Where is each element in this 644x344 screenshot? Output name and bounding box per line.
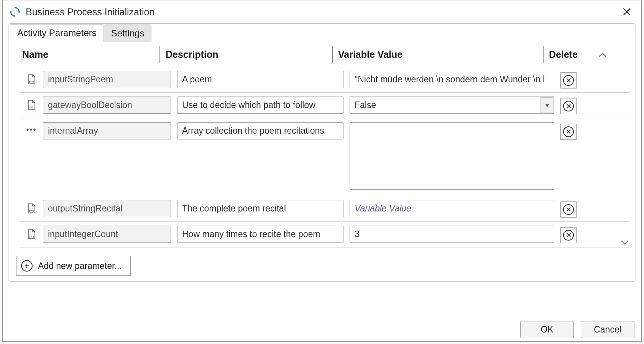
table-row: ✕ — [20, 67, 630, 93]
svg-point-0 — [18, 11, 20, 13]
tab-settings[interactable]: Settings — [104, 25, 152, 42]
description-field[interactable] — [177, 200, 343, 217]
column-headers: Name Description Variable Value Delete — [8, 42, 636, 67]
file-bool-icon: 0/1 — [20, 97, 43, 110]
name-field — [43, 97, 171, 114]
description-field[interactable] — [177, 122, 343, 139]
delete-button[interactable]: ✕ — [560, 124, 577, 140]
file-number-icon: 123 — [20, 226, 43, 239]
table-row: ✕ — [20, 196, 630, 222]
tab-activity-parameters[interactable]: Activity Parameters — [10, 24, 104, 42]
value-textarea[interactable] — [350, 122, 554, 190]
dialog-footer: OK Cancel — [3, 316, 641, 341]
scroll-down-icon[interactable] — [621, 237, 629, 247]
value-select[interactable] — [350, 97, 554, 114]
tab-bar: Activity Parameters Settings — [8, 24, 636, 42]
description-field[interactable] — [177, 226, 343, 243]
cancel-button[interactable]: Cancel — [581, 321, 634, 338]
name-field — [43, 200, 171, 217]
add-parameter-button[interactable]: + Add new parameter... — [16, 256, 131, 276]
dialog-window: Business Process Initialization Activity… — [2, 0, 642, 342]
svg-text:123: 123 — [29, 235, 34, 238]
app-icon — [10, 7, 20, 17]
svg-text:0/1: 0/1 — [29, 106, 34, 109]
description-field[interactable] — [177, 71, 343, 88]
description-field[interactable] — [177, 97, 343, 114]
file-text-icon — [20, 71, 43, 85]
svg-rect-2 — [30, 81, 33, 83]
ok-button[interactable]: OK — [520, 321, 574, 338]
delete-button[interactable]: ✕ — [560, 227, 577, 243]
delete-button[interactable]: ✕ — [560, 72, 577, 88]
parameters-panel: Activity Parameters Settings Name Descri… — [8, 23, 636, 282]
value-field[interactable] — [350, 226, 554, 243]
chevron-down-icon[interactable]: ▾ — [540, 97, 554, 113]
close-icon[interactable] — [619, 4, 634, 20]
header-variable-value: Variable Value — [338, 49, 549, 60]
table-row: 123 ✕ — [20, 222, 630, 247]
file-text-icon — [20, 200, 43, 214]
header-description: Description — [166, 49, 338, 60]
value-field[interactable] — [350, 71, 554, 88]
name-field — [43, 122, 171, 139]
svg-rect-4 — [30, 210, 33, 212]
svg-point-1 — [10, 11, 12, 13]
name-field — [43, 71, 171, 88]
value-field[interactable] — [350, 200, 554, 217]
header-name: Name — [8, 49, 166, 60]
delete-button[interactable]: ✕ — [560, 98, 577, 114]
titlebar: Business Process Initialization — [3, 0, 641, 23]
window-title: Business Process Initialization — [26, 7, 154, 18]
add-parameter-label: Add new parameter... — [38, 261, 122, 271]
ellipsis-icon: ••• — [20, 122, 43, 134]
scroll-up-icon[interactable] — [591, 52, 614, 57]
parameters-content: Name Description Variable Value Delete ✕ — [8, 42, 636, 276]
table-row: 0/1 ▾ ✕ — [20, 93, 630, 118]
name-field — [43, 226, 171, 243]
plus-icon: + — [21, 260, 33, 272]
delete-button[interactable]: ✕ — [560, 201, 577, 218]
header-delete: Delete — [549, 49, 591, 60]
table-row: ••• ✕ — [20, 118, 630, 196]
